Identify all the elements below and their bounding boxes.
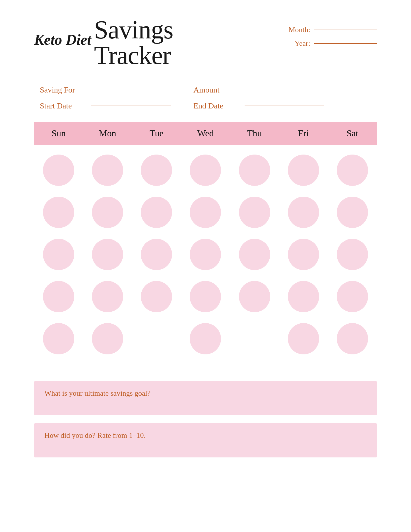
savings-tracker-title: Savings Tracker <box>94 17 173 68</box>
calendar-cell <box>83 235 132 274</box>
calendar-cell <box>132 235 181 274</box>
calendar-cell <box>230 277 279 316</box>
circle-dot <box>92 323 123 354</box>
circle-dot <box>288 281 319 312</box>
circle-dot <box>141 239 172 270</box>
calendar-section: SunMonTueWedThuFriSat <box>34 122 377 367</box>
calendar-cell <box>279 151 328 190</box>
header-right: Month: Year: <box>285 26 377 48</box>
calendar-cell <box>328 319 377 358</box>
end-date-label: End Date <box>193 101 239 110</box>
circle-dot <box>239 281 270 312</box>
circle-dot <box>141 155 172 186</box>
circle-dot <box>141 281 172 312</box>
circle-empty <box>141 323 172 354</box>
year-line <box>314 43 377 44</box>
amount-line <box>245 90 324 90</box>
calendar-cell <box>181 277 230 316</box>
calendar-cell <box>328 151 377 190</box>
circle-dot <box>337 239 368 270</box>
calendar-row-4 <box>34 319 377 358</box>
calendar-header-row: SunMonTueWedThuFriSat <box>34 122 377 145</box>
question-section-1: How did you do? Rate from 1–10. <box>34 423 377 457</box>
year-field: Year: <box>285 39 377 48</box>
month-line <box>314 30 377 30</box>
amount-field: Amount <box>193 85 324 95</box>
calendar-cell <box>132 151 181 190</box>
calendar-cell <box>132 277 181 316</box>
circle-dot <box>288 155 319 186</box>
calendar-cell <box>83 151 132 190</box>
calendar-cell <box>132 319 181 358</box>
calendar-cell <box>230 319 279 358</box>
circle-dot <box>239 197 270 228</box>
circle-dot <box>190 197 221 228</box>
calendar-cell <box>34 319 83 358</box>
calendar-day-mon: Mon <box>83 128 132 139</box>
circle-dot <box>337 323 368 354</box>
circle-dot <box>239 239 270 270</box>
calendar-cell <box>132 193 181 232</box>
circle-dot <box>92 239 123 270</box>
end-date-field: End Date <box>193 101 324 110</box>
calendar-cell <box>181 151 230 190</box>
calendar-row-1 <box>34 193 377 232</box>
calendar-cell <box>230 193 279 232</box>
circle-dot <box>337 197 368 228</box>
start-date-line <box>91 106 171 106</box>
calendar-day-fri: Fri <box>279 128 328 139</box>
month-label: Month: <box>285 26 310 34</box>
calendar-cell <box>230 235 279 274</box>
year-label: Year: <box>285 39 310 48</box>
question-text-0: What is your ultimate savings goal? <box>44 389 367 398</box>
calendar-day-tue: Tue <box>132 128 181 139</box>
saving-for-field: Saving For <box>40 85 171 95</box>
amount-label: Amount <box>193 85 239 95</box>
questions-container: What is your ultimate savings goal?How d… <box>34 381 377 457</box>
calendar-day-thu: Thu <box>230 128 279 139</box>
circle-dot <box>43 323 74 354</box>
circle-dot <box>337 155 368 186</box>
keto-diet-label: Keto Diet <box>34 31 91 48</box>
calendar-cell <box>279 193 328 232</box>
start-date-field: Start Date <box>40 101 171 110</box>
form-column-left: Saving For Start Date <box>40 85 171 110</box>
form-column-right: Amount End Date <box>193 85 324 110</box>
circle-dot <box>190 323 221 354</box>
calendar-cell <box>181 319 230 358</box>
circle-dot <box>92 281 123 312</box>
question-text-1: How did you do? Rate from 1–10. <box>44 431 367 440</box>
circle-dot <box>288 323 319 354</box>
page: Keto Diet Savings Tracker Month: Year: S… <box>0 0 411 532</box>
calendar-cell <box>279 235 328 274</box>
calendar-cell <box>34 193 83 232</box>
circle-dot <box>43 197 74 228</box>
calendar-day-sun: Sun <box>34 128 83 139</box>
calendar-row-0 <box>34 151 377 190</box>
month-field: Month: <box>285 26 377 34</box>
calendar-row-2 <box>34 235 377 274</box>
title-line1: Savings <box>94 17 173 43</box>
circle-dot <box>337 281 368 312</box>
circle-dot <box>92 197 123 228</box>
circle-dot <box>288 239 319 270</box>
header: Keto Diet Savings Tracker Month: Year: <box>34 17 377 68</box>
circle-empty <box>239 323 270 354</box>
circle-dot <box>92 155 123 186</box>
calendar-cell <box>328 235 377 274</box>
calendar-cell <box>34 277 83 316</box>
circle-dot <box>43 239 74 270</box>
calendar-day-sat: Sat <box>328 128 377 139</box>
question-section-0: What is your ultimate savings goal? <box>34 381 377 415</box>
circle-dot <box>288 197 319 228</box>
calendar-cell <box>181 235 230 274</box>
calendar-cell <box>328 277 377 316</box>
circle-dot <box>141 197 172 228</box>
calendar-cell <box>230 151 279 190</box>
title-line2: Tracker <box>94 43 173 68</box>
calendar-cell <box>83 193 132 232</box>
calendar-row-3 <box>34 277 377 316</box>
circle-dot <box>190 281 221 312</box>
calendar-day-wed: Wed <box>181 128 230 139</box>
calendar-cell <box>328 193 377 232</box>
